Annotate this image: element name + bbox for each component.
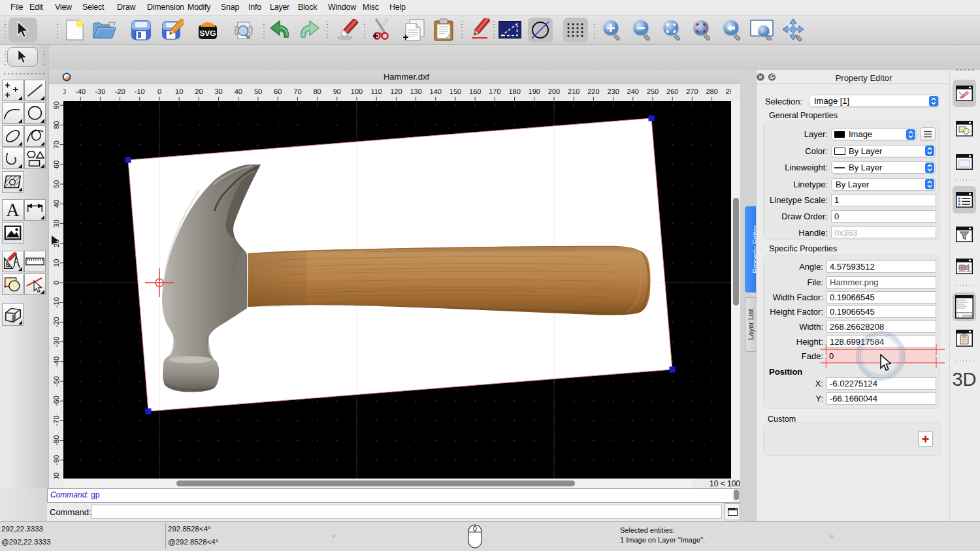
- svg-text:-100: -100: [53, 473, 61, 479]
- svg-text:210: 210: [568, 88, 580, 96]
- svg-text:-30: -30: [95, 88, 105, 96]
- svg-text:-40: -40: [53, 356, 61, 367]
- svg-text:240: 240: [627, 88, 639, 96]
- svg-text:120: 120: [390, 88, 402, 96]
- svg-text:-10: -10: [53, 297, 61, 307]
- svg-text:0: 0: [53, 281, 61, 285]
- svg-text:290: 290: [726, 88, 731, 96]
- svg-text:220: 220: [587, 88, 599, 96]
- svg-text:200: 200: [548, 88, 560, 96]
- svg-text:270: 270: [686, 88, 698, 96]
- svg-text:80: 80: [313, 88, 321, 96]
- svg-text:A: A: [6, 200, 20, 220]
- svg-text:170: 170: [489, 88, 500, 96]
- svg-text:-20: -20: [53, 317, 61, 327]
- svg-text:90: 90: [333, 88, 341, 96]
- svg-text:-60: -60: [53, 396, 61, 406]
- svg-text:50: 50: [53, 180, 61, 188]
- svg-text:70: 70: [53, 140, 61, 148]
- svg-text:10: 10: [175, 88, 183, 96]
- svg-text:110: 110: [370, 88, 382, 96]
- svg-text:90: 90: [53, 101, 61, 109]
- svg-text:150: 150: [449, 88, 461, 96]
- svg-text:180: 180: [508, 88, 520, 96]
- svg-text:30: 30: [214, 88, 222, 96]
- svg-text:c command: c command: [958, 314, 973, 317]
- svg-text:250: 250: [647, 88, 659, 96]
- svg-text:50: 50: [254, 88, 262, 96]
- svg-text:0: 0: [157, 88, 161, 96]
- svg-text:-10: -10: [135, 88, 145, 96]
- svg-text:130: 130: [410, 88, 421, 96]
- svg-text:SVG: SVG: [199, 29, 216, 38]
- svg-text:260: 260: [666, 88, 678, 96]
- svg-text:-80: -80: [53, 435, 61, 446]
- svg-text:60: 60: [53, 161, 61, 168]
- svg-text:-90: -90: [53, 455, 61, 465]
- svg-text:30: 30: [53, 219, 61, 227]
- svg-text:-20: -20: [115, 88, 125, 96]
- svg-text:100: 100: [351, 88, 363, 96]
- svg-text:10: 10: [53, 259, 61, 267]
- svg-text:160: 160: [469, 88, 481, 96]
- svg-text:-40: -40: [75, 88, 86, 96]
- svg-text:70: 70: [293, 88, 301, 96]
- svg-text:-70: -70: [53, 415, 61, 426]
- svg-text:280: 280: [706, 88, 717, 96]
- svg-text:60: 60: [274, 88, 282, 96]
- svg-text:80: 80: [53, 121, 61, 129]
- svg-text:40: 40: [235, 88, 242, 96]
- svg-text:-50: -50: [53, 376, 61, 386]
- svg-text:230: 230: [607, 88, 619, 96]
- svg-text:140: 140: [430, 88, 442, 96]
- svg-text:20: 20: [195, 88, 203, 96]
- svg-text:190: 190: [529, 88, 540, 96]
- svg-text:-30: -30: [53, 337, 61, 347]
- svg-text:40: 40: [53, 200, 61, 208]
